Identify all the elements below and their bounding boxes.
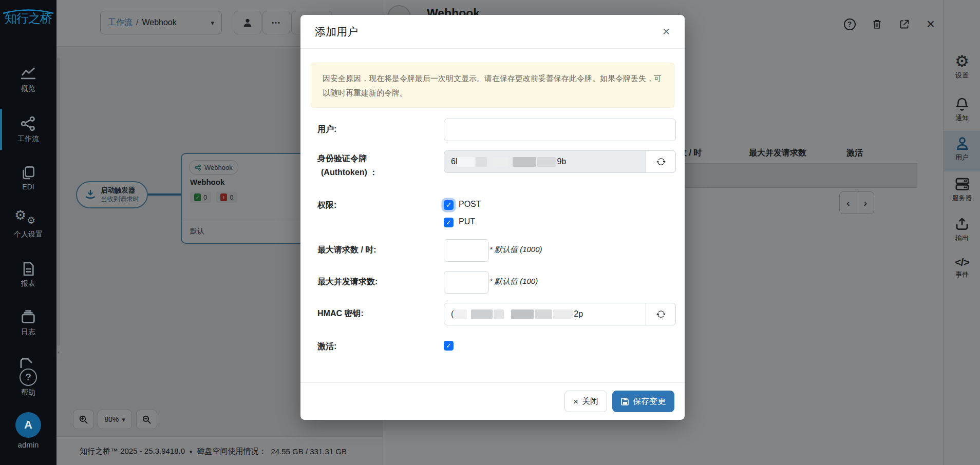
regenerate-token-button[interactable] <box>646 150 676 173</box>
token-field-label-line1: 身份验证令牌 <box>317 153 367 164</box>
redacted-block <box>494 309 504 319</box>
file-lines-icon <box>20 261 36 277</box>
modal-header: 添加用户 × <box>300 15 685 49</box>
redacted-block <box>471 309 493 319</box>
user-field-label: 用户: <box>317 124 336 135</box>
sidebar-item-help[interactable]: ? 帮助 <box>0 369 56 397</box>
partial-icon <box>20 357 37 368</box>
close-button-label: 关闭 <box>582 396 598 407</box>
sidebar-item-edi[interactable]: EDI <box>0 164 56 191</box>
hmac-suffix: 2p <box>574 309 583 319</box>
refresh-icon <box>656 309 666 319</box>
redacted-block <box>476 157 487 167</box>
redacted-block <box>454 309 467 319</box>
hmac-input-group: ( 2p <box>444 303 676 325</box>
redacted-block <box>553 309 573 319</box>
sidebar-item-label: 报表 <box>0 279 56 288</box>
save-changes-button[interactable]: 保存变更 <box>612 391 674 412</box>
token-input[interactable]: 6l 9b <box>444 150 646 173</box>
app-logo: 知行之桥 <box>0 10 56 27</box>
modal-title: 添加用户 <box>315 25 358 39</box>
refresh-icon <box>656 157 666 166</box>
close-icon: × <box>662 24 670 40</box>
check-icon: ✓ <box>446 342 451 349</box>
token-prefix: 6l <box>451 157 457 166</box>
avatar[interactable]: A <box>15 412 41 438</box>
check-icon: ✓ <box>446 202 451 208</box>
help-icon: ? <box>20 369 37 386</box>
token-suffix: 9b <box>557 157 566 166</box>
hmac-input[interactable]: ( 2p <box>444 303 646 325</box>
max-requests-label: 最大请求数 / 时: <box>317 245 376 256</box>
max-concurrent-input[interactable] <box>444 271 489 294</box>
floppy-save-icon <box>621 397 629 405</box>
post-checkbox[interactable]: ✓ <box>444 200 454 210</box>
copy-icon <box>20 164 36 181</box>
check-icon: ✓ <box>446 219 451 226</box>
redacted-block <box>511 309 534 319</box>
sidebar-item-label: EDI <box>0 183 56 191</box>
sidebar-item-overview[interactable]: 概览 <box>0 65 56 93</box>
sidebar-item-logs[interactable]: 日志 <box>0 308 56 337</box>
active-checkbox[interactable]: ✓ <box>444 341 454 351</box>
app: 知行之桥 概览 工作流 EDI ⚙ ⚙ 个人设置 报表 日志 <box>0 0 980 465</box>
share-nodes-icon <box>20 115 37 132</box>
token-input-group: 6l 9b <box>444 150 676 173</box>
gears-icon: ⚙ ⚙ <box>0 209 56 228</box>
modal-close-button[interactable]: × <box>658 23 674 40</box>
redacted-block <box>457 157 475 167</box>
sidebar-item-label: 概览 <box>0 84 56 93</box>
security-alert: 因安全原因，现在将是令牌最后一次明文显示。请在保存更改前妥善保存此令牌。如果令牌… <box>311 63 674 108</box>
sidebar-item-label: 日志 <box>0 327 56 337</box>
max-requests-hint: * 默认值 (1000) <box>489 245 542 255</box>
put-checkbox-label: PUT <box>459 217 475 226</box>
regenerate-hmac-button[interactable] <box>646 303 676 325</box>
max-concurrent-hint: * 默认值 (100) <box>489 277 538 286</box>
sidebar-item-personal-settings[interactable]: ⚙ ⚙ 个人设置 <box>0 209 56 239</box>
left-sidebar: 知行之桥 概览 工作流 EDI ⚙ ⚙ 个人设置 报表 日志 <box>0 0 56 465</box>
hmac-label: HMAC 密钥: <box>317 308 364 319</box>
redacted-block <box>537 157 556 167</box>
user-name: admin <box>0 440 56 449</box>
sidebar-item-workflow[interactable]: 工作流 <box>0 115 56 144</box>
redacted-block <box>493 157 508 167</box>
modal-footer: × 关闭 保存变更 <box>300 382 685 420</box>
close-button[interactable]: × 关闭 <box>564 391 607 412</box>
token-field-label-line2: (Authtoken) ： <box>321 167 378 178</box>
close-x-icon: × <box>573 397 578 406</box>
user-input[interactable] <box>444 119 676 141</box>
max-concurrent-label: 最大并发请求数: <box>317 277 378 287</box>
save-button-label: 保存变更 <box>633 396 666 407</box>
sidebar-item-reports[interactable]: 报表 <box>0 261 56 288</box>
post-checkbox-label: POST <box>459 200 481 209</box>
permissions-label: 权限: <box>317 200 336 211</box>
chart-line-icon <box>20 65 37 82</box>
put-checkbox[interactable]: ✓ <box>444 218 454 227</box>
sidebar-item-label: 帮助 <box>0 388 56 397</box>
sidebar-item-label: 个人设置 <box>0 230 56 239</box>
sidebar-item-label: 工作流 <box>0 134 56 144</box>
redacted-block <box>513 157 536 167</box>
redacted-block <box>535 309 552 319</box>
max-requests-input[interactable] <box>444 239 489 262</box>
active-label: 激活: <box>317 341 336 352</box>
logs-box-icon <box>20 308 37 325</box>
add-user-modal: 添加用户 × 因安全原因，现在将是令牌最后一次明文显示。请在保存更改前妥善保存此… <box>300 15 685 420</box>
